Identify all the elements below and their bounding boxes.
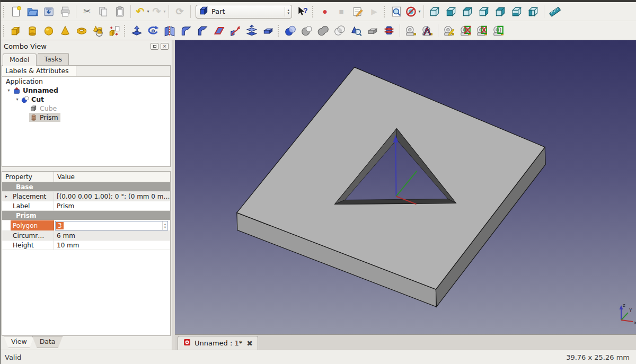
open-file-button[interactable] bbox=[24, 4, 40, 19]
view-front-button[interactable] bbox=[443, 4, 459, 19]
print-button[interactable] bbox=[57, 4, 73, 19]
part-primitives-button[interactable] bbox=[90, 23, 106, 38]
measure-toggle-all-button[interactable] bbox=[457, 23, 473, 38]
part-make-face-button[interactable] bbox=[211, 23, 227, 38]
toolbar-handle[interactable] bbox=[3, 25, 5, 37]
part-loft-button[interactable] bbox=[244, 23, 260, 38]
property-row-height[interactable]: Height10 mm bbox=[2, 241, 170, 250]
cut-button[interactable]: ✂ bbox=[79, 4, 95, 19]
measure-toggle-3d-button[interactable] bbox=[474, 23, 490, 38]
part-defeaturing-button[interactable] bbox=[365, 23, 381, 38]
macro-play-button[interactable]: ▶ bbox=[366, 4, 382, 19]
view-right-button[interactable] bbox=[476, 4, 492, 19]
dropdown-caret-icon[interactable]: ▾ bbox=[418, 9, 420, 14]
tab-data[interactable]: Data bbox=[32, 336, 63, 348]
toolbar-handle[interactable] bbox=[3, 6, 5, 17]
spinbox-value[interactable]: 3 bbox=[56, 222, 64, 229]
tree-header-label[interactable]: Labels & Attributes bbox=[2, 66, 76, 76]
toolbar-handle[interactable] bbox=[384, 6, 385, 17]
tree-item-unnamed[interactable]: ▾Unnamed bbox=[2, 86, 170, 95]
part-cut-button[interactable] bbox=[299, 23, 315, 38]
part-cylinder-button[interactable] bbox=[24, 23, 40, 38]
new-file-button[interactable] bbox=[8, 4, 24, 19]
part-cross-sections-button[interactable] bbox=[381, 23, 397, 38]
measure-toggle-delta-button[interactable] bbox=[490, 23, 506, 38]
property-value[interactable]: 6 mm bbox=[54, 231, 170, 240]
whats-this-button[interactable]: ? bbox=[295, 4, 311, 19]
value-column-header[interactable]: Value bbox=[54, 172, 170, 182]
view-top-button[interactable] bbox=[460, 4, 475, 19]
close-panel-button[interactable]: × bbox=[161, 43, 169, 50]
property-row-polygon[interactable]: Polygon3▴▾ bbox=[2, 220, 170, 231]
part-fillet-button[interactable] bbox=[178, 23, 194, 38]
paste-button[interactable] bbox=[112, 4, 128, 19]
fit-all-button[interactable] bbox=[388, 4, 404, 19]
part-chamfer-button[interactable] bbox=[195, 23, 210, 38]
draw-style-button[interactable]: ▾ bbox=[405, 4, 421, 19]
toolbar-handle[interactable] bbox=[124, 25, 126, 37]
dropdown-caret-icon[interactable]: ▾ bbox=[163, 9, 165, 14]
view-left-button[interactable] bbox=[525, 4, 541, 19]
property-value[interactable]: Prism bbox=[54, 201, 170, 210]
dropdown-caret-icon[interactable]: ▾ bbox=[147, 9, 149, 14]
property-row-label[interactable]: LabelPrism bbox=[2, 201, 170, 211]
panel-splitter[interactable] bbox=[1, 167, 172, 171]
measure-linear-button[interactable] bbox=[403, 23, 419, 38]
copy-button[interactable] bbox=[95, 4, 111, 19]
tab-view[interactable]: View bbox=[4, 336, 34, 348]
plate-top-face[interactable] bbox=[237, 67, 545, 289]
workbench-selector[interactable]: Part▴▾ bbox=[196, 5, 292, 19]
toolbar-handle[interactable] bbox=[278, 25, 279, 37]
tree-item-cube[interactable]: Cube bbox=[2, 104, 170, 113]
document-tab[interactable]: Unnamed : 1* ✖ bbox=[178, 336, 258, 350]
part-sweep-button[interactable] bbox=[227, 23, 243, 38]
macro-edit-button[interactable] bbox=[350, 4, 366, 19]
property-value[interactable]: 10 mm bbox=[54, 241, 170, 250]
view-axonometric-button[interactable] bbox=[427, 4, 443, 19]
refresh-button[interactable]: ⟳ bbox=[172, 4, 188, 19]
measure-angular-button[interactable] bbox=[419, 23, 435, 38]
3d-canvas[interactable]: z Y x bbox=[175, 40, 636, 335]
nav-axes-indicator[interactable]: z Y x bbox=[620, 303, 636, 325]
part-torus-button[interactable] bbox=[74, 23, 90, 38]
save-button[interactable] bbox=[41, 4, 57, 19]
row-expander-icon[interactable]: ▸ bbox=[2, 194, 11, 199]
property-value[interactable]: [(0,00 0,00 1,00); 0 °; (0 mm 0 m… bbox=[54, 192, 170, 201]
spinbox-arrows-icon[interactable]: ▴▾ bbox=[162, 221, 167, 230]
tree-expander-icon[interactable]: ▾ bbox=[5, 88, 12, 93]
part-check-geometry-button[interactable] bbox=[348, 23, 364, 38]
float-panel-button[interactable] bbox=[151, 43, 158, 50]
property-row-circumr[interactable]: Circumr…6 mm bbox=[2, 231, 170, 241]
measure-refresh-button[interactable] bbox=[441, 23, 457, 38]
close-tab-icon[interactable]: ✖ bbox=[246, 339, 253, 348]
tree-root-application[interactable]: Application bbox=[2, 77, 170, 86]
tree-item-prism[interactable]: Prism bbox=[2, 113, 170, 122]
part-sphere-button[interactable] bbox=[41, 23, 57, 38]
part-boolean-button[interactable] bbox=[282, 23, 298, 38]
property-row-placement[interactable]: ▸Placement[(0,00 0,00 1,00); 0 °; (0 mm … bbox=[2, 192, 170, 201]
part-thickness-button[interactable] bbox=[260, 23, 276, 38]
part-cone-button[interactable] bbox=[57, 23, 73, 38]
macro-stop-button[interactable]: ■ bbox=[333, 4, 349, 19]
polygon-spinbox[interactable]: 3▴▾ bbox=[55, 221, 168, 230]
part-mirror-button[interactable] bbox=[162, 23, 178, 38]
part-box-button[interactable] bbox=[8, 23, 24, 38]
combo-spinner-icon[interactable]: ▴▾ bbox=[285, 7, 289, 16]
redo-button[interactable]: ↷▾ bbox=[150, 4, 166, 19]
macro-record-button[interactable]: ● bbox=[317, 4, 333, 19]
part-union-button[interactable] bbox=[315, 23, 331, 38]
tab-tasks[interactable]: Tasks bbox=[38, 53, 69, 65]
part-common-button[interactable] bbox=[332, 23, 348, 38]
tree-expander-icon[interactable]: ▾ bbox=[14, 97, 21, 102]
part-extrude-button[interactable] bbox=[129, 23, 145, 38]
tree-item-cut[interactable]: ▾Cut bbox=[2, 95, 170, 104]
view-rear-button[interactable] bbox=[492, 4, 508, 19]
undo-button[interactable]: ↶▾ bbox=[134, 4, 149, 19]
hole-wall-bottom[interactable] bbox=[335, 199, 456, 204]
tab-model[interactable]: Model bbox=[3, 54, 37, 66]
view-bottom-button[interactable] bbox=[509, 4, 525, 19]
toolbar-handle[interactable] bbox=[312, 6, 314, 17]
measure-button[interactable] bbox=[547, 4, 563, 19]
property-column-header[interactable]: Property bbox=[2, 172, 54, 182]
part-revolve-button[interactable] bbox=[145, 23, 161, 38]
